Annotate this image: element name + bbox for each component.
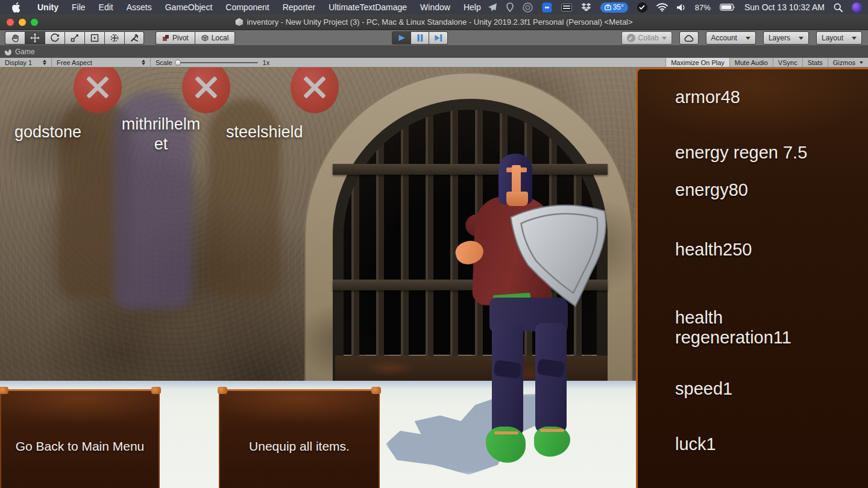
- item-label-mithrilhelmet: mithrilhelmet: [119, 114, 203, 154]
- character-right-leg: [535, 323, 567, 433]
- battery-icon: [720, 4, 735, 11]
- menu-gameobject[interactable]: GameObject: [159, 0, 219, 14]
- account-caret-icon: [746, 37, 750, 40]
- item-label-steelshield: steelshield: [226, 123, 303, 142]
- pivot-toggle-button[interactable]: Pivot: [156, 31, 195, 45]
- stat-luck: luck1: [675, 434, 820, 454]
- custom-tool-button[interactable]: [124, 31, 144, 45]
- menu-component[interactable]: Component: [219, 0, 275, 14]
- layout-dropdown[interactable]: Layout: [816, 31, 862, 45]
- stat-energy-regen: energy regen 7.5: [675, 143, 820, 163]
- stats-panel: armor48 energy regen 7.5 energy80 health…: [636, 67, 868, 488]
- display-dropdown[interactable]: Display 1: [0, 58, 52, 67]
- hand-tool-button[interactable]: [5, 31, 25, 45]
- game-viewport: godstone mithrilhelmet steelshield armor…: [0, 67, 868, 488]
- stat-energy: energy80: [675, 180, 820, 200]
- transform-tool-button[interactable]: [104, 31, 124, 45]
- menu-reporter[interactable]: Reporter: [276, 0, 322, 14]
- traffic-lights: [7, 19, 38, 26]
- stats-toggle[interactable]: Stats: [802, 58, 828, 67]
- mute-audio-toggle[interactable]: Mute Audio: [729, 58, 773, 67]
- tab-game[interactable]: Game: [5, 48, 35, 56]
- character-left-leg: [492, 323, 523, 436]
- unequip-all-items-button[interactable]: Unequip all items.: [219, 389, 380, 488]
- go-back-label: Go Back to Main Menu: [16, 439, 145, 454]
- unequip-all-label: Unequip all items.: [249, 439, 350, 454]
- gizmos-caret-icon: [860, 61, 863, 64]
- menu-edit[interactable]: Edit: [92, 0, 120, 14]
- paper-plane-icon[interactable]: [488, 3, 497, 12]
- menu-items: Unity File Edit Assets GameObject Compon…: [31, 0, 488, 14]
- window-title-bar[interactable]: inventory - New Unity Project (3) - PC, …: [0, 14, 868, 30]
- go-back-main-menu-button[interactable]: Go Back to Main Menu: [0, 389, 160, 488]
- character-shield: [504, 190, 619, 316]
- account-dropdown[interactable]: Account: [706, 31, 756, 45]
- close-window-button[interactable]: [7, 19, 14, 26]
- layout-caret-icon: [852, 37, 857, 40]
- aspect-updown-icon: [142, 60, 145, 65]
- status-area: 35° 87% Sun Oct 13 10:32 AM: [488, 2, 868, 13]
- keyboard-icon[interactable]: [561, 4, 572, 11]
- teamviewer-icon[interactable]: [542, 2, 552, 13]
- menu-help[interactable]: Help: [457, 0, 488, 14]
- scale-slider[interactable]: [177, 62, 258, 63]
- weather-temp-pill[interactable]: 35°: [600, 2, 628, 13]
- menu-window[interactable]: Window: [414, 0, 457, 14]
- dropbox-icon[interactable]: [581, 3, 591, 12]
- layout-label: Layout: [822, 34, 843, 42]
- stat-speed: speed1: [675, 379, 820, 399]
- battery-percentage: 87%: [695, 3, 711, 12]
- check-shield-icon[interactable]: [637, 2, 647, 13]
- zoom-window-button[interactable]: [31, 19, 38, 26]
- gizmos-dropdown[interactable]: Gizmos: [828, 58, 868, 67]
- unity-toolbar: Pivot Local ✓ Collab: [0, 30, 868, 46]
- scale-label: Scale: [156, 59, 172, 66]
- stat-armor: armor48: [675, 87, 820, 107]
- move-tool-button[interactable]: [25, 31, 45, 45]
- scale-slider-knob[interactable]: [175, 60, 181, 66]
- apple-menu-icon[interactable]: [12, 2, 21, 12]
- layers-label: Layers: [769, 34, 790, 42]
- unity-logo-icon: [235, 18, 243, 26]
- menu-unity[interactable]: Unity: [31, 0, 65, 14]
- spotlight-search-icon[interactable]: [834, 3, 843, 12]
- layers-dropdown[interactable]: Layers: [763, 31, 809, 45]
- wifi-icon[interactable]: [656, 3, 668, 11]
- menu-file[interactable]: File: [65, 0, 92, 14]
- stat-health: health250: [675, 240, 820, 260]
- scale-tool-button[interactable]: [64, 31, 84, 45]
- stat-health-regeneration: health regeneration11: [675, 308, 820, 348]
- display-label: Display 1: [5, 59, 32, 66]
- step-button[interactable]: [429, 31, 448, 45]
- vsync-toggle[interactable]: VSync: [773, 58, 802, 67]
- layers-caret-icon: [799, 37, 804, 40]
- game-tab-strip: Game: [0, 46, 868, 58]
- unity-editor-window: Unity File Edit Assets GameObject Compon…: [0, 0, 868, 488]
- siri-icon[interactable]: [852, 2, 862, 13]
- aspect-dropdown[interactable]: Free Aspect: [52, 58, 151, 67]
- maximize-on-play-toggle[interactable]: Maximize On Play: [665, 58, 729, 67]
- pivot-label: Pivot: [172, 34, 189, 42]
- collab-button[interactable]: ✓ Collab: [621, 31, 672, 45]
- cloud-services-button[interactable]: [679, 31, 699, 45]
- collab-check-icon: ✓: [627, 34, 635, 42]
- creative-cloud-icon[interactable]: [523, 2, 533, 13]
- game-view-toggles: Maximize On Play Mute Audio VSync Stats …: [665, 58, 868, 67]
- collab-label: Collab: [638, 34, 659, 42]
- play-button[interactable]: [392, 31, 410, 45]
- scale-control: Scale 1x: [151, 58, 274, 67]
- volume-icon[interactable]: [677, 4, 686, 11]
- pause-button[interactable]: [410, 31, 429, 45]
- menu-bar-clock[interactable]: Sun Oct 13 10:32 AM: [744, 2, 825, 12]
- rotate-tool-button[interactable]: [45, 31, 64, 45]
- game-view-control-bar: Display 1 Free Aspect Scale 1x Maximize …: [0, 58, 868, 67]
- location-pin-icon[interactable]: [506, 2, 514, 12]
- minimize-window-button[interactable]: [19, 19, 26, 26]
- local-toggle-button[interactable]: Local: [195, 31, 236, 45]
- playback-controls: [392, 31, 448, 45]
- menu-assets[interactable]: Assets: [120, 0, 159, 14]
- display-updown-icon: [43, 60, 46, 65]
- collab-caret-icon: [662, 37, 667, 40]
- rect-tool-button[interactable]: [84, 31, 104, 45]
- menu-ultimatetextdamage[interactable]: UltimateTextDamage: [322, 0, 414, 14]
